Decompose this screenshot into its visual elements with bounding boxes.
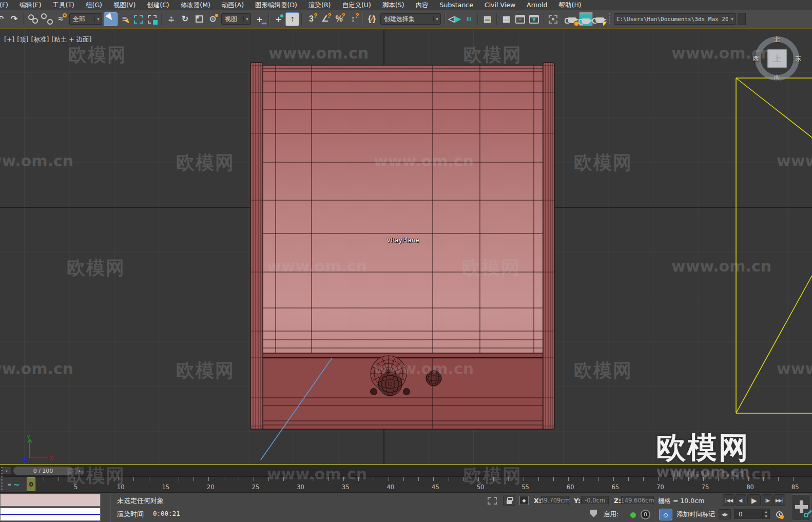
transform-gizmo-icon[interactable] — [488, 497, 497, 505]
render-time-label: 渲染时间 — [117, 510, 144, 519]
menu-item-6[interactable]: 修改器(M) — [175, 1, 216, 10]
toggle-layer-explorer-button[interactable]: ▦ — [499, 12, 513, 26]
menu-item-12[interactable]: 内容 — [410, 1, 434, 10]
next-frame-button[interactable]: ∣▶ — [762, 494, 772, 506]
frame-spinner[interactable]: ▲▼ — [762, 510, 769, 518]
keyboard-shortcut-override-toggle[interactable]: ↑ — [285, 12, 299, 26]
maxscript-listener-pane[interactable] — [0, 508, 101, 521]
menu-item-0[interactable]: 文件(F) — [0, 1, 14, 10]
menu-item-13[interactable]: Substance — [434, 1, 479, 10]
viewcube-west-label[interactable]: 西 — [753, 54, 759, 63]
select-and-manipulate-button[interactable]: + — [272, 12, 285, 26]
viewcube-north-label[interactable]: 北 — [774, 35, 780, 44]
y-coord-field[interactable]: -0.0cm — [581, 496, 609, 505]
schematic-view-button[interactable]: ▼ — [527, 12, 541, 26]
macro-recorder-pane[interactable] — [0, 494, 101, 507]
menu-item-7[interactable]: 动画(A) — [216, 1, 249, 10]
next-key-button[interactable]: › — [74, 467, 85, 475]
ruler-frame-label: 20 — [207, 484, 215, 491]
rectangular-selection-region-button[interactable] — [131, 12, 145, 26]
snaps-toggle-3d[interactable]: 3? — [304, 12, 318, 26]
undo-button[interactable]: ↶ — [0, 12, 7, 26]
select-and-move-button[interactable] — [164, 12, 178, 26]
frame-indicator[interactable]: 0 / 100 — [13, 467, 73, 475]
menu-item-8[interactable]: 图形编辑器(D) — [249, 1, 303, 10]
select-and-rotate-button[interactable]: ↻ — [178, 12, 192, 26]
menu-item-4[interactable]: 视图(V) — [108, 1, 141, 10]
manage-layers-button[interactable]: ▤ — [480, 12, 494, 26]
select-and-place-button[interactable]: ⊙ — [206, 12, 220, 26]
previous-frame-button[interactable]: ◀∣ — [736, 494, 746, 506]
menu-item-2[interactable]: 工具(T) — [47, 1, 80, 10]
unlink-selection-button[interactable] — [40, 12, 54, 26]
render-production-button[interactable] — [593, 12, 607, 26]
viewcube-top-face[interactable]: 上 — [767, 49, 787, 68]
select-object-button[interactable] — [104, 12, 118, 26]
menu-item-10[interactable]: 自定义(U) — [336, 1, 376, 10]
viewport-label-segment-1[interactable]: [顶] — [17, 35, 28, 43]
clipped-toolbar-button[interactable] — [738, 13, 746, 25]
ruler-tick — [449, 477, 449, 481]
scene-object-wireframe[interactable] — [248, 61, 556, 433]
ruler-frame-label: 60 — [567, 484, 574, 491]
viewport-label-segment-0[interactable]: [+] — [4, 35, 14, 43]
key-mode-toggle[interactable]: ◀▶ — [719, 509, 731, 519]
add-time-tag[interactable]: 添加时间标记 — [676, 510, 715, 519]
window-crossing-toggle[interactable] — [145, 12, 159, 26]
set-key-button[interactable] — [791, 494, 811, 520]
select-and-scale-button[interactable] — [192, 12, 206, 26]
menu-item-16[interactable]: 帮助(H) — [553, 1, 587, 10]
align-button[interactable]: ≡ — [461, 12, 475, 26]
menu-item-11[interactable]: 脚本(S) — [377, 1, 410, 10]
viewport-canvas[interactable]: VRayPlane 上 北 南 西 东 y — [0, 30, 812, 464]
rendered-frame-window-button[interactable] — [579, 12, 593, 26]
viewport-label-segment-3[interactable]: [粘土 + 边面] — [51, 35, 91, 43]
absolute-mode-toggle[interactable]: ◆ — [519, 496, 529, 505]
angle-snap-toggle[interactable]: ∠? — [318, 12, 332, 26]
menu-item-9[interactable]: 渲染(R) — [303, 1, 336, 10]
viewcube[interactable]: 上 北 南 西 东 — [750, 32, 804, 85]
selection-lock-toggle[interactable] — [503, 495, 515, 506]
track-bar[interactable]: ≡ ~ 0 510152025303540455055606570758085 — [0, 476, 812, 492]
redo-button[interactable]: ↷ — [7, 12, 21, 26]
menu-item-15[interactable]: Arnold — [521, 1, 553, 10]
project-folder-dropdown[interactable]: C:\Users\Han\Documents\3ds Max 2022▾ — [614, 13, 736, 25]
bind-to-space-warp-button[interactable]: ≈ — [54, 12, 68, 26]
menu-item-5[interactable]: 创建(C) — [141, 1, 175, 10]
mirror-button[interactable]: ◁▶ — [448, 12, 461, 26]
percent-snap-toggle[interactable]: %? — [332, 12, 346, 26]
select-and-link-button[interactable] — [26, 12, 40, 26]
selection-filter-dropdown[interactable]: 全部▾ — [69, 13, 102, 25]
viewcube-east-label[interactable]: 东 — [795, 54, 801, 63]
shield-icon[interactable] — [590, 510, 597, 517]
prev-key-button[interactable]: ‹ — [2, 467, 12, 475]
go-to-end-button[interactable]: ▶▶∣ — [774, 494, 785, 506]
time-slider[interactable]: 0 — [27, 477, 35, 491]
z-coord-field[interactable]: 149.606cm — [621, 496, 654, 505]
select-by-name-button[interactable]: ≡ — [118, 12, 131, 26]
named-selection-sets-dropdown[interactable]: 创建选择集▾ — [380, 13, 441, 25]
splitter-handle[interactable] — [1, 466, 3, 490]
viewcube-south-label[interactable]: 南 — [774, 73, 780, 82]
go-to-start-button[interactable]: ∣◀◀ — [723, 494, 734, 506]
viewport-label-segment-2[interactable]: [标准] — [31, 35, 49, 43]
zero-badge[interactable]: 0 — [641, 510, 650, 519]
spinner-snap-toggle[interactable]: ↕? — [346, 12, 360, 26]
edit-named-selection-sets-button[interactable]: {∕} — [365, 12, 379, 26]
isolate-selection-toggle[interactable]: × — [546, 12, 560, 26]
curve-editor-button[interactable]: ~ — [513, 12, 527, 26]
current-frame-value[interactable]: 0 — [734, 511, 762, 518]
cube-button[interactable]: ◇ — [659, 509, 672, 520]
x-coord-field[interactable]: 39.709cm — [541, 496, 569, 505]
play-button[interactable]: ▶ — [747, 494, 761, 506]
mini-curve-editor-button[interactable]: ≡ ~ — [0, 477, 28, 492]
menu-item-3[interactable]: 组(G) — [80, 1, 108, 10]
use-pivot-center-button[interactable]: +++ — [253, 12, 266, 26]
time-configuration-button[interactable] — [773, 509, 785, 519]
reference-coordinate-system-dropdown[interactable]: 视图▾ — [221, 13, 251, 25]
current-frame-field[interactable]: 0 ▲▼ — [734, 509, 770, 519]
menu-item-14[interactable]: Civil View — [479, 1, 521, 10]
render-setup-button[interactable] — [565, 12, 579, 26]
ruler-tick — [208, 477, 209, 481]
menu-item-1[interactable]: 编辑(E) — [14, 1, 47, 10]
